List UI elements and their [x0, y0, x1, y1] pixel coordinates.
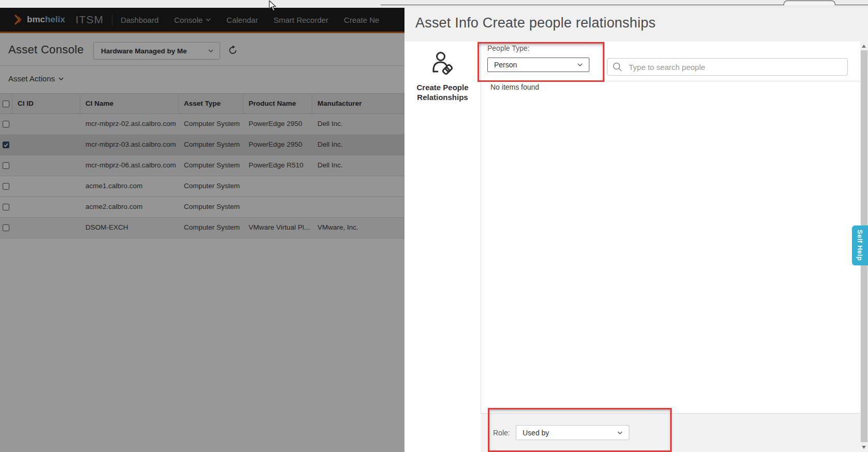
modal-overlay-scrim[interactable]	[0, 8, 404, 452]
chevron-down-icon	[617, 431, 623, 434]
drawer-icon-rail: Create People Relationships	[404, 41, 481, 452]
browser-strip	[0, 0, 868, 8]
scroll-down-arrow-icon[interactable]	[862, 446, 866, 449]
search-icon	[613, 62, 622, 72]
people-search-box	[607, 58, 848, 76]
browser-partial-button	[784, 1, 835, 5]
tile-label-line1: Create People	[404, 82, 481, 92]
self-help-label: Self Help	[856, 230, 864, 261]
self-help-tab[interactable]: Self Help	[852, 225, 868, 265]
drawer-rail-divider	[481, 41, 481, 452]
drawer-header: Asset Info Create people relationships	[404, 8, 868, 41]
drawer-title: Asset Info Create people relationships	[415, 15, 656, 31]
create-people-relationships-tile[interactable]: Create People Relationships	[404, 51, 481, 102]
create-people-relationships-drawer: Asset Info Create people relationships C…	[404, 8, 868, 452]
tile-label-line2: Relationships	[404, 92, 481, 102]
annotation-box-people-type	[478, 42, 604, 82]
mouse-cursor-icon	[269, 1, 277, 14]
role-dropdown[interactable]: Used by	[516, 425, 629, 440]
role-value: Used by	[523, 429, 549, 437]
people-relationship-icon	[430, 51, 455, 77]
screen: bmchelix ITSM Dashboard Console Calendar…	[0, 0, 868, 452]
empty-results-message: No items found	[490, 83, 539, 91]
role-label: Role:	[493, 429, 510, 437]
scroll-up-arrow-icon[interactable]	[862, 45, 866, 48]
people-search-input[interactable]	[628, 62, 842, 72]
